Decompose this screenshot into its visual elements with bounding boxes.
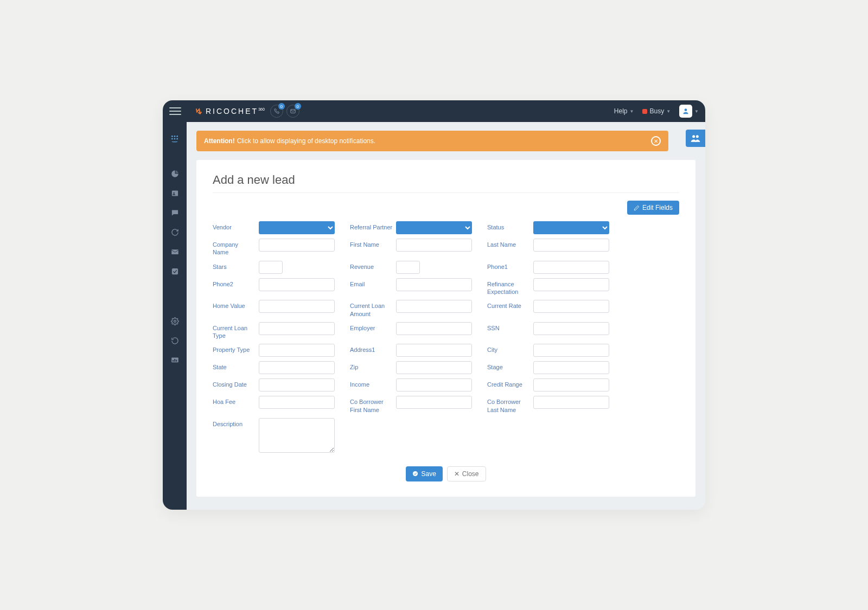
hoa-fee-input[interactable] [259, 396, 335, 409]
state-input[interactable] [259, 361, 335, 374]
label-co-borrower-last: Co Borrower Last Name [487, 396, 533, 414]
ssn-input[interactable] [533, 322, 609, 335]
current-loan-amount-input[interactable] [396, 300, 472, 313]
label-employer: Employer [350, 322, 396, 332]
edit-fields-button[interactable]: Edit Fields [627, 201, 679, 215]
alert-banner[interactable]: Attention! Click to allow displaying of … [196, 131, 668, 151]
label-phone1: Phone1 [487, 261, 533, 271]
home-value-input[interactable] [259, 300, 335, 313]
alert-close-button[interactable]: ✕ [651, 136, 661, 146]
label-company-name: Company Name [213, 239, 259, 256]
current-loan-type-input[interactable] [259, 322, 335, 335]
svg-point-2 [171, 136, 173, 137]
help-dropdown[interactable]: Help ▼ [614, 107, 634, 115]
close-button[interactable]: ✕ Close [447, 466, 486, 481]
phone2-input[interactable] [259, 278, 335, 291]
label-last-name: Last Name [487, 239, 533, 248]
label-revenue: Revenue [350, 261, 396, 271]
svg-rect-14 [173, 359, 174, 361]
sidebar-item-sync[interactable] [163, 223, 187, 241]
label-home-value: Home Value [213, 300, 259, 310]
sidebar-item-refresh[interactable] [163, 331, 187, 350]
label-current-loan-type: Current Loan Type [213, 322, 259, 340]
sidebar-item-email[interactable] [163, 242, 187, 261]
topbar-right: Help ▼ Busy ▼ ▼ [614, 105, 699, 118]
close-icon: ✕ [454, 470, 459, 478]
income-input[interactable] [396, 378, 472, 391]
sidebar-item-messages[interactable] [163, 203, 187, 222]
svg-rect-11 [171, 268, 177, 274]
brand-text: RICOCHET360 [206, 107, 265, 115]
label-status: Status [487, 221, 533, 231]
employer-input[interactable] [396, 322, 472, 335]
label-hoa-fee: Hoa Fee [213, 396, 259, 406]
page-title: Add a new lead [213, 173, 679, 193]
edit-icon [634, 205, 640, 211]
phone1-input[interactable] [533, 261, 609, 274]
co-borrower-last-input[interactable] [533, 396, 609, 409]
refinance-expectation-input[interactable] [533, 278, 609, 291]
label-phone2: Phone2 [213, 278, 259, 288]
sidebar [163, 122, 187, 510]
credit-range-input[interactable] [533, 378, 609, 391]
sidebar-item-reports[interactable] [163, 351, 187, 369]
label-income: Income [350, 378, 396, 388]
user-avatar-icon [679, 105, 692, 118]
svg-point-18 [696, 135, 699, 138]
status-dropdown[interactable]: Busy ▼ [642, 107, 671, 115]
user-menu[interactable]: ▼ [679, 105, 699, 118]
svg-point-19 [413, 471, 418, 476]
revenue-select[interactable]: -- [396, 261, 420, 274]
label-stars: Stars [213, 261, 259, 271]
email-input[interactable] [396, 278, 472, 291]
chevron-down-icon: ▼ [694, 109, 699, 114]
city-input[interactable] [533, 344, 609, 357]
stars-select[interactable]: -- [259, 261, 283, 274]
menu-toggle-button[interactable] [169, 107, 181, 115]
status-label: Busy [649, 107, 664, 115]
property-type-input[interactable] [259, 344, 335, 357]
people-fab-button[interactable] [686, 130, 705, 147]
sidebar-item-settings[interactable] [163, 312, 187, 330]
sidebar-item-dialer[interactable] [163, 130, 187, 148]
sidebar-item-contacts[interactable] [163, 184, 187, 202]
label-vendor: Vendor [213, 221, 259, 231]
sidebar-item-dashboard[interactable] [163, 164, 187, 183]
save-button[interactable]: Save [406, 466, 442, 481]
zip-input[interactable] [396, 361, 472, 374]
label-referral-partner: Referral Partner [350, 221, 396, 231]
brand-name: RICOCHET [206, 107, 258, 115]
svg-rect-15 [174, 359, 175, 362]
help-label: Help [614, 107, 628, 115]
notif-badge-1: 0 [278, 103, 285, 110]
content: Attention! Click to allow displaying of … [187, 122, 705, 510]
address1-input[interactable] [396, 344, 472, 357]
closing-date-input[interactable] [259, 378, 335, 391]
form-grid: Vendor Referral Partner Status Company N… [213, 221, 679, 454]
vendor-select[interactable] [259, 221, 335, 234]
label-co-borrower-first: Co Borrower First Name [350, 396, 396, 414]
company-name-input[interactable] [259, 239, 335, 252]
svg-rect-8 [171, 190, 177, 196]
label-email: Email [350, 278, 396, 288]
notif-mail-button[interactable]: 0 [286, 105, 299, 118]
co-borrower-first-input[interactable] [396, 396, 472, 409]
referral-partner-select[interactable] [396, 221, 472, 234]
label-city: City [487, 344, 533, 354]
current-rate-input[interactable] [533, 300, 609, 313]
check-circle-icon [412, 471, 418, 477]
label-first-name: First Name [350, 239, 396, 248]
chevron-down-icon: ▼ [666, 109, 671, 114]
last-name-input[interactable] [533, 239, 609, 252]
sidebar-item-tasks[interactable] [163, 262, 187, 280]
save-label: Save [421, 470, 436, 478]
alert-strong: Attention! [204, 137, 235, 145]
svg-point-5 [171, 138, 173, 140]
description-textarea[interactable] [259, 418, 335, 453]
notif-phone-button[interactable]: 0 [270, 105, 283, 118]
close-label: Close [462, 470, 479, 478]
chevron-down-icon: ▼ [630, 109, 634, 114]
status-select[interactable] [533, 221, 609, 234]
stage-input[interactable] [533, 361, 609, 374]
first-name-input[interactable] [396, 239, 472, 252]
